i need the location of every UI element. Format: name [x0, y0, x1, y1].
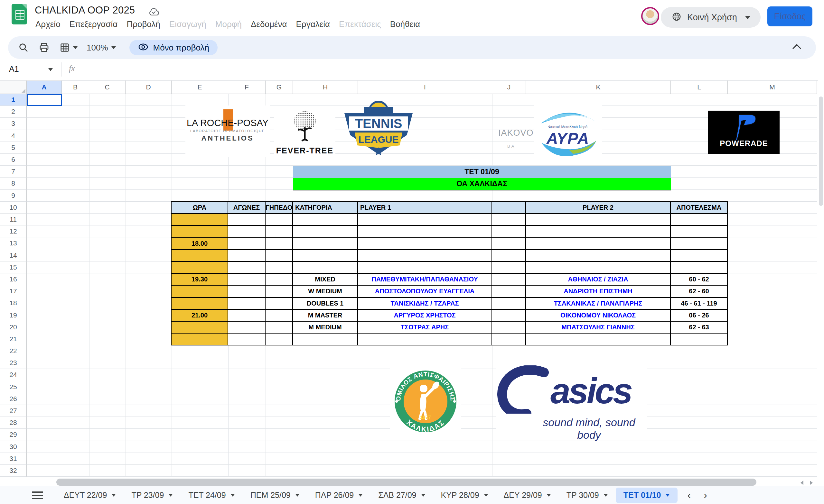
schedule-cell-r15-c1[interactable]	[228, 261, 265, 273]
signin-button[interactable]: Είσοδος	[767, 6, 812, 26]
schedule-cell-r19-c0[interactable]: 21.00	[171, 309, 228, 321]
row-header-22[interactable]: 22	[0, 345, 27, 357]
schedule-cell-r14-c2[interactable]	[265, 250, 293, 261]
sheet-tab-ΤΕΤ 24/09[interactable]: ΤΕΤ 24/09	[181, 488, 242, 503]
borders-grid-icon[interactable]	[60, 42, 70, 53]
sheet-tab-ΤΡ 23/09[interactable]: ΤΡ 23/09	[124, 488, 181, 503]
schedule-cell-r15-c5[interactable]	[492, 261, 526, 273]
row-header-2[interactable]: 2	[0, 106, 27, 118]
schedule-cell-r13-c2[interactable]	[265, 238, 293, 250]
row-header-3[interactable]: 3	[0, 118, 27, 130]
row-header-30[interactable]: 30	[0, 441, 27, 453]
schedule-cell-r14-c4[interactable]	[357, 250, 492, 261]
row-header-9[interactable]: 9	[0, 190, 27, 202]
menu-Επεξεργασία[interactable]: Επεξεργασία	[65, 18, 122, 30]
schedule-cell-r12-c3[interactable]	[293, 226, 357, 237]
schedule-cell-r11-c7[interactable]	[671, 214, 727, 226]
schedule-cell-r13-c0[interactable]: 18.00	[171, 238, 228, 250]
menu-Βοήθεια[interactable]: Βοήθεια	[386, 18, 425, 30]
schedule-cell-r15-c2[interactable]	[265, 261, 293, 273]
schedule-cell-r19-c1[interactable]	[228, 309, 265, 321]
column-header-M[interactable]: M	[728, 81, 817, 94]
schedule-cell-r20-c2[interactable]	[265, 321, 293, 333]
row-header-15[interactable]: 15	[0, 261, 27, 273]
name-box-caret[interactable]	[48, 68, 53, 71]
schedule-cell-r13-c3[interactable]	[293, 238, 357, 250]
schedule-cell-r12-c5[interactable]	[492, 226, 526, 237]
column-header-E[interactable]: E	[172, 81, 228, 94]
document-title[interactable]: CHALKIDA OOP 2025	[35, 4, 135, 16]
row-header-8[interactable]: 8	[0, 177, 27, 190]
column-header-D[interactable]: D	[125, 81, 172, 94]
schedule-cell-r16-c1[interactable]	[228, 273, 265, 285]
schedule-header-gap[interactable]	[492, 202, 526, 214]
view-only-chip[interactable]: Μόνο προβολή	[129, 40, 218, 55]
row-header-6[interactable]: 6	[0, 154, 27, 166]
column-header-C[interactable]: C	[89, 81, 125, 94]
schedule-cell-r17-c5[interactable]	[492, 285, 526, 297]
schedule-cell-r12-c7[interactable]	[671, 226, 727, 237]
sheet-tab-caret-icon[interactable]	[421, 494, 425, 497]
schedule-cell-r17-c0[interactable]	[171, 285, 228, 297]
vertical-scrollbar-thumb[interactable]	[819, 97, 823, 206]
schedule-cell-r12-c1[interactable]	[228, 226, 265, 237]
row-header-21[interactable]: 21	[0, 333, 27, 345]
sheet-tab-ΔΕΥΤ 22/09[interactable]: ΔΕΥΤ 22/09	[56, 488, 124, 503]
schedule-cell-r13-c5[interactable]	[492, 238, 526, 250]
date-banner-cell[interactable]: ΤΕΤ 01/09	[293, 166, 671, 178]
schedule-cell-r19-c2[interactable]	[265, 309, 293, 321]
sheet-tab-caret-icon[interactable]	[111, 494, 116, 497]
row-header-12[interactable]: 12	[0, 226, 27, 237]
schedule-cell-r17-c7[interactable]: 62 - 60	[671, 285, 727, 297]
schedule-cell-r20-c4[interactable]: ΤΣΟΤΡΑΣ ΑΡΗΣ	[357, 321, 492, 333]
schedule-header-PLAYER 2[interactable]: PLAYER 2	[526, 202, 671, 214]
schedule-cell-r21-c7[interactable]	[671, 333, 727, 345]
sheet-tab-caret-icon[interactable]	[230, 494, 235, 497]
sheet-tab-ΤΕΤ 01/10[interactable]: ΤΕΤ 01/10	[616, 488, 678, 503]
row-header-16[interactable]: 16	[0, 273, 27, 285]
column-header-A[interactable]: A	[27, 81, 62, 94]
schedule-cell-r18-c5[interactable]	[492, 297, 526, 309]
all-sheets-menu-icon[interactable]	[32, 491, 43, 499]
sheet-tab-caret-icon[interactable]	[546, 494, 551, 497]
schedule-header-ΓΗΠΕΔΟ[interactable]: ΓΗΠΕΔΟ	[265, 202, 293, 214]
sheet-tab-ΚΥΡ 28/09[interactable]: ΚΥΡ 28/09	[433, 488, 496, 503]
schedule-cell-r21-c3[interactable]	[293, 333, 357, 345]
sheet-tab-ΤΡ 30/09[interactable]: ΤΡ 30/09	[559, 488, 616, 503]
schedule-cell-r12-c2[interactable]	[265, 226, 293, 237]
row-header-5[interactable]: 5	[0, 142, 27, 154]
sheet-tab-caret-icon[interactable]	[295, 494, 300, 497]
schedule-cell-r16-c4[interactable]: ΠΑΜΕΘΥΜΙΤΑΚΗ/ΠΑΠΑΘΑΝΑΣΙΟΥ	[357, 273, 492, 285]
menu-Αρχείο[interactable]: Αρχείο	[31, 18, 65, 30]
schedule-cell-r20-c5[interactable]	[492, 321, 526, 333]
sheet-tab-caret-icon[interactable]	[665, 494, 670, 497]
selected-cell-outline[interactable]	[27, 94, 62, 106]
schedule-cell-r20-c1[interactable]	[228, 321, 265, 333]
zoom-select[interactable]: 100%	[87, 43, 108, 53]
search-icon[interactable]	[18, 42, 29, 53]
collapse-toolbar-icon[interactable]	[793, 43, 802, 52]
schedule-cell-r19-c3[interactable]: M MASTER	[293, 309, 357, 321]
sheet-tab-ΠΑΡ 26/09[interactable]: ΠΑΡ 26/09	[307, 488, 371, 503]
menu-Δεδομένα[interactable]: Δεδομένα	[246, 18, 292, 30]
schedule-cell-r14-c0[interactable]	[171, 250, 228, 261]
schedule-cell-r21-c4[interactable]	[357, 333, 492, 345]
schedule-cell-r18-c6[interactable]: ΤΣΑΚΑΝΙΚΑΣ / ΠΑΝΑΓΙΑΡΗΣ	[526, 297, 671, 309]
schedule-cell-r19-c7[interactable]: 06 - 26	[671, 309, 727, 321]
row-header-31[interactable]: 31	[0, 453, 27, 465]
column-header-H[interactable]: H	[293, 81, 358, 94]
schedule-header-ΑΓΩΝΕΣ[interactable]: ΑΓΩΝΕΣ	[228, 202, 265, 214]
row-header-27[interactable]: 27	[0, 405, 27, 417]
tabs-scroll-left-icon[interactable]: ‹	[687, 489, 691, 501]
schedule-cell-r19-c4[interactable]: ΑΡΓΥΡΟΣ ΧΡΗΣΤΟΣ	[357, 309, 492, 321]
print-icon[interactable]	[39, 42, 49, 53]
sheet-tab-ΠΕΜ 25/09[interactable]: ΠΕΜ 25/09	[243, 488, 307, 503]
schedule-cell-r13-c7[interactable]	[671, 238, 727, 250]
schedule-header-ΑΠΟΤΕΛΕΣΜΑ[interactable]: ΑΠΟΤΕΛΕΣΜΑ	[671, 202, 727, 214]
schedule-cell-r14-c1[interactable]	[228, 250, 265, 261]
schedule-cell-r13-c1[interactable]	[228, 238, 265, 250]
schedule-cell-r12-c0[interactable]	[171, 226, 228, 237]
row-header-11[interactable]: 11	[0, 214, 27, 226]
row-header-28[interactable]: 28	[0, 417, 27, 429]
schedule-cell-r12-c4[interactable]	[357, 226, 492, 237]
